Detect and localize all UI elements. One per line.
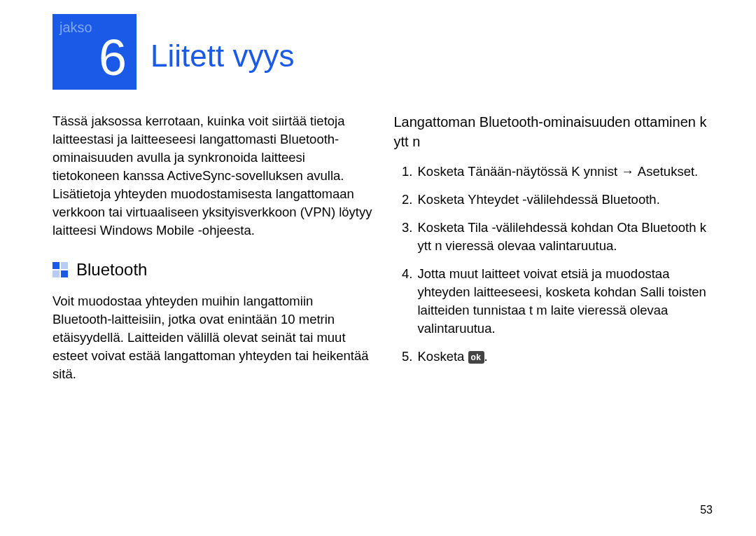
right-column: Langattoman Bluetooth-ominaisuuden ottam… [394,112,715,494]
svg-rect-3 [61,270,68,277]
ui-term-connections: Yhteydet [468,192,519,207]
page-number: 53 [700,504,713,516]
chapter-box: jakso 6 [52,14,136,90]
step-3-text-c: -välilehdessä kohdan [488,220,617,235]
document-page: jakso 6 Liitett vyys Tässä jaksossa kerr… [0,0,756,536]
step-3-text-a: Kosketa [418,220,468,235]
ui-term-settings: Asetukset [638,164,694,179]
step-4: Jotta muut laitteet voivat etsiä ja muod… [416,265,715,338]
enable-bluetooth-subheading: Langattoman Bluetooth-ominaisuuden ottam… [394,112,715,151]
step-1-text-a: Kosketa Tänään-näytössä [418,164,572,179]
step-1: Kosketa Tänään-näytössä K ynnist → Asetu… [416,163,715,181]
step-3-text-e: vieressä olevaa valintaruutua. [442,238,617,253]
section-icon [52,262,68,277]
content-columns: Tässä jaksossa kerrotaan, kuinka voit si… [52,112,714,494]
step-2: Kosketa Yhteydet -välilehdessä Bluetooth… [416,191,715,209]
step-4-text-a: Jotta muut laitteet voivat etsiä ja muod… [418,266,670,299]
ui-term-status: Tila [468,220,488,235]
chapter-number: 6 [59,32,130,83]
svg-rect-0 [52,262,59,269]
left-column: Tässä jaksossa kerrotaan, kuinka voit si… [52,112,373,494]
step-2-text-e: . [657,192,660,207]
bluetooth-heading: Bluetooth [76,261,147,279]
bluetooth-heading-row: Bluetooth [52,261,373,279]
steps-list: Kosketa Tänään-näytössä K ynnist → Asetu… [394,163,715,366]
step-1-text-e: . [694,164,698,179]
step-5-text-b: . [484,349,488,364]
step-3: Kosketa Tila -välilehdessä kohdan Ota Bl… [416,219,715,255]
arrow-icon: → [617,164,638,179]
svg-rect-2 [52,270,59,277]
chapter-title: Liitett vyys [150,39,294,74]
step-5: Kosketa ok. [416,348,715,366]
step-5-text-a: Kosketa [418,349,468,364]
step-2-text-a: Kosketa [418,192,468,207]
ui-term-start: K ynnist [571,164,617,179]
bluetooth-body: Voit muodostaa yhteyden muihin langattom… [52,292,373,383]
ok-icon: ok [468,351,484,364]
ui-term-bluetooth: Bluetooth [601,192,656,207]
intro-paragraph: Tässä jaksossa kerrotaan, kuinka voit si… [52,112,373,240]
step-2-text-c: -välilehdessä [519,192,601,207]
svg-rect-1 [61,262,68,269]
